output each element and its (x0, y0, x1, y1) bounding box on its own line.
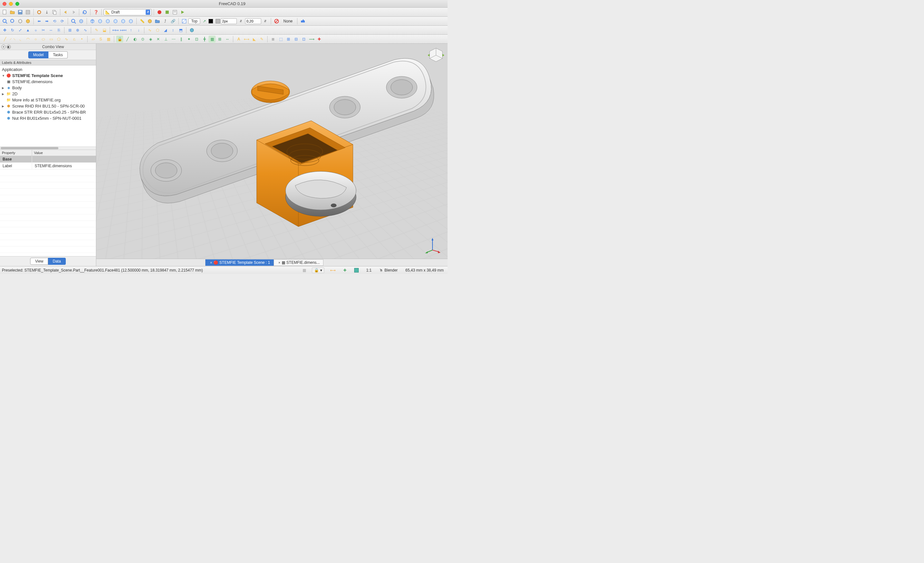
scale-button[interactable]: ⤢ (16, 27, 24, 34)
maximize-window-button[interactable] (15, 2, 19, 6)
link-button[interactable] (36, 9, 43, 16)
sync-view-button[interactable]: ⟳ (59, 18, 66, 25)
bezier-button[interactable]: ⎌ (70, 36, 78, 43)
panel-undock-button[interactable]: ◧ (6, 45, 11, 49)
macro-record-button[interactable] (156, 9, 163, 16)
split-button[interactable]: ↦↤ (120, 27, 127, 34)
save-as-button[interactable] (24, 9, 32, 16)
refresh-button[interactable] (81, 9, 88, 16)
point-draft-button[interactable]: • (78, 36, 86, 43)
snap-wp-button[interactable]: ⊞ (216, 36, 223, 43)
edit-button[interactable]: ✎ (93, 27, 100, 34)
macro-stop-button[interactable] (164, 9, 171, 16)
doc-tab-sheet[interactable]: × ▦ STEMFIE.dimens... (274, 259, 323, 266)
construction-mode-button[interactable] (299, 18, 306, 25)
snap-angle-button[interactable]: ↗ (201, 18, 208, 25)
redo-button[interactable] (70, 9, 77, 16)
heal-button[interactable]: ✚ (316, 36, 323, 43)
property-row[interactable]: Label STEMFIE.dimensions (0, 163, 96, 170)
top-view-button[interactable] (97, 18, 104, 25)
polar-array-button[interactable]: ⊕ (74, 27, 81, 34)
offset-button[interactable]: ⟐ (32, 27, 39, 34)
import-button[interactable]: ⤓ (44, 9, 50, 16)
snap-center-button[interactable]: ⊙ (139, 36, 146, 43)
disclosure-icon[interactable]: ▼ (2, 74, 5, 77)
wp-selector-button[interactable] (181, 18, 188, 25)
path-array-button[interactable]: ∿ (82, 27, 89, 34)
snap-near-button[interactable]: ⊡ (193, 36, 200, 43)
precision-input[interactable] (245, 18, 261, 24)
status-dim-icon[interactable]: ⟷ (328, 268, 338, 273)
snap-perp-button[interactable]: ⊥ (162, 36, 170, 43)
zoom-button[interactable] (70, 18, 77, 25)
tree-item[interactable]: ▶ ⬢ Screw RHD RH BU1.50 - SPN-SCR-00 (0, 103, 96, 109)
tree-item[interactable]: ⬢ Brace STR ERR BU1x5x0.25 - SPN-BR (0, 109, 96, 115)
nav-left-button[interactable]: ⬅ (36, 18, 43, 25)
workplane-label[interactable]: Top (188, 18, 200, 24)
layer-button[interactable]: ≣ (270, 36, 276, 43)
line-button[interactable]: ╱ (1, 36, 8, 43)
status-plane-icon[interactable] (352, 268, 361, 273)
bottom-view-button[interactable] (120, 18, 127, 25)
snap-intersect-button[interactable]: ✕ (154, 36, 162, 43)
snap-special-button[interactable]: ✦ (186, 36, 192, 43)
wp-proxy-button[interactable]: ⬚ (277, 36, 284, 43)
disclosure-icon[interactable]: ▶ (2, 86, 5, 90)
tab-tasks[interactable]: Tasks (48, 51, 68, 59)
iso-button[interactable] (78, 18, 85, 25)
join-button[interactable]: ↤↦ (112, 27, 119, 34)
link-action-button[interactable]: 🔗 (170, 18, 177, 25)
stepper-updown-icon-2[interactable]: ⇵ (262, 18, 269, 25)
doc-tab-close[interactable]: × (210, 261, 212, 264)
shapestring-button[interactable]: S (97, 36, 104, 43)
shape-2d-button[interactable]: ⬒ (177, 27, 184, 34)
rear-view-button[interactable] (112, 18, 119, 25)
array-button[interactable]: ⊞ (66, 27, 74, 34)
snap-dim-button[interactable]: ↔ (224, 36, 231, 43)
wire-to-bspline-button[interactable]: ∿ (146, 27, 153, 34)
status-zoom[interactable]: 1:1 (364, 268, 374, 273)
copy-button[interactable] (51, 9, 58, 16)
tab-model[interactable]: Model (28, 51, 48, 59)
hatch-button[interactable]: ▦ (105, 36, 112, 43)
tab-view[interactable]: View (30, 258, 48, 265)
rectangle-button[interactable]: ▭ (48, 36, 54, 43)
home-view-button[interactable]: ⟲ (51, 18, 58, 25)
undo-button[interactable] (62, 9, 69, 16)
save-button[interactable] (16, 9, 24, 16)
snap-endpoint-button[interactable]: ╱ (124, 36, 131, 43)
model-tree[interactable]: Application ▼ 🔴 STEMFIE Template Scene ▦… (0, 66, 96, 146)
tab-data[interactable]: Data (48, 258, 66, 265)
stepper-updown-icon[interactable]: ⇵ (237, 18, 244, 25)
up-button[interactable]: ↑ (128, 27, 134, 34)
macro-play-button[interactable] (179, 9, 186, 16)
right-view-button[interactable] (104, 18, 111, 25)
flip-dim-button[interactable]: ↕ (170, 27, 177, 34)
line-width-input[interactable] (221, 18, 237, 24)
mirror-button[interactable]: ▲ (24, 27, 32, 34)
tree-scrollbar[interactable] (0, 146, 96, 150)
status-nav-style[interactable]: 🖱 Blender (377, 268, 399, 273)
color-swatch-black[interactable] (208, 19, 213, 23)
tree-item[interactable]: ▦ STEMFIE.dimensions (0, 79, 96, 85)
snap-angle-tool-button[interactable]: ◈ (147, 36, 154, 43)
fillet-button[interactable]: ◟ (16, 36, 24, 43)
fit-selection-button[interactable] (9, 18, 16, 25)
status-plus-icon[interactable]: ✚ (341, 268, 348, 273)
tree-document[interactable]: ▼ 🔴 STEMFIE Template Scene (0, 72, 96, 79)
trim-button[interactable]: ✂ (40, 27, 47, 34)
subelement-button[interactable]: ⬓ (101, 27, 108, 34)
export-button[interactable]: ⤴ (162, 18, 169, 25)
3d-viewport[interactable]: × 🔴 STEMFIE Template Scene : 1 × ▦ STEMF… (96, 44, 448, 266)
iso-view-button[interactable] (16, 18, 24, 25)
bim-button[interactable] (188, 27, 195, 34)
group-button[interactable]: ⊞ (285, 36, 292, 43)
clone-button[interactable]: ⎘ (55, 27, 62, 34)
panel-close-button[interactable]: × (1, 45, 6, 49)
close-window-button[interactable] (3, 2, 6, 6)
select-group-button[interactable]: ⊡ (300, 36, 308, 43)
arc-button[interactable]: ◠ (24, 36, 32, 43)
draft-to-sketch-button[interactable]: ⬠ (154, 27, 161, 34)
measure-button[interactable]: 📏 (139, 18, 146, 25)
facebinder-button[interactable]: ▱ (90, 36, 97, 43)
